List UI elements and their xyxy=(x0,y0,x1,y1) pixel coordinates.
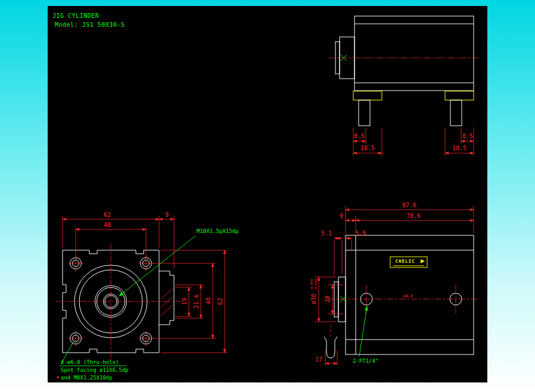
front-view-geometry xyxy=(56,244,181,360)
thread-callout: M10X1.5pX15dp xyxy=(197,228,238,234)
side-view: 8.5 18.5 8.5 18.5 xyxy=(329,16,479,156)
drawing-title: JIG CYLINDER xyxy=(52,13,99,19)
title-block: JIG CYLINDER Model: JS1 50X30-S xyxy=(52,13,125,28)
hole-diameter-label: ø6.8 xyxy=(403,294,413,298)
note-line-3: and M8X1.25X10dp xyxy=(61,375,113,381)
dim-78-6: 78.6 xyxy=(406,213,421,219)
dim-dia-38: ø38 xyxy=(310,294,317,304)
dim-18-5-right: 18.5 xyxy=(452,145,466,151)
dim-tol-lower: -0.034 xyxy=(314,278,318,291)
front-view: 62 48 9 19 21.6 48 62 M10X1.5pX15dp xyxy=(56,211,238,381)
dim-5-1: 5.1 xyxy=(321,230,332,237)
dim-8-5-right: 8.5 xyxy=(462,133,473,139)
wrench-flats-symbol xyxy=(324,324,337,358)
note-line-1: 4-ø6.8 (Thru-hole) xyxy=(61,359,119,365)
plan-view-geometry: CHELIC ø6.8 xyxy=(324,235,479,358)
dim-17: 17 xyxy=(315,356,322,363)
drawing-model: Model: JS1 50X30-S xyxy=(55,21,125,28)
dim-3-9: 3.9 xyxy=(355,230,366,237)
dim-tol-upper: -0.009 xyxy=(310,279,313,291)
dim-21-6-right: 21.6 xyxy=(193,294,200,309)
side-view-dimensions: 8.5 18.5 8.5 18.5 xyxy=(353,127,474,156)
note-bullet xyxy=(57,377,59,378)
dim-9-top: 9 xyxy=(165,211,169,218)
desktop-background: { "title": { "line1": "JIG CYLINDER", "l… xyxy=(0,0,535,392)
note-line-2: Spot facing ø11X6.5dp xyxy=(61,367,129,373)
plan-view-callouts: 2-PT1/4" xyxy=(353,306,378,364)
cad-drawing: JIG CYLINDER Model: JS1 50X30-S xyxy=(48,6,487,382)
cad-viewport[interactable]: JIG CYLINDER Model: JS1 50X30-S xyxy=(48,6,487,382)
mounting-foot-left xyxy=(353,91,382,100)
dim-48-right: 48 xyxy=(205,297,211,304)
dim-18-5-left: 18.5 xyxy=(360,145,375,151)
dim-19-right: 19 xyxy=(181,298,188,305)
thread-hatch xyxy=(161,288,173,316)
dim-9-flange: 9 xyxy=(340,213,343,219)
port-callout: 2-PT1/4" xyxy=(353,358,378,364)
chelic-logo-text: CHELIC xyxy=(395,259,415,264)
dim-87-6: 87.6 xyxy=(402,202,416,209)
dim-62-right: 62 xyxy=(217,298,223,305)
dim-8-5-left: 8.5 xyxy=(354,133,365,139)
logo-arrow-icon xyxy=(421,259,425,263)
brand-label: CHELIC xyxy=(390,257,427,267)
dim-48-top: 48 xyxy=(104,222,111,228)
plan-view: CHELIC ø6.8 87.6 78.6 9 xyxy=(310,202,479,366)
dim-62-top: 62 xyxy=(104,211,111,218)
mounting-foot-right xyxy=(445,91,474,100)
dim-20: 20 xyxy=(324,295,331,303)
side-view-geometry xyxy=(329,16,479,126)
